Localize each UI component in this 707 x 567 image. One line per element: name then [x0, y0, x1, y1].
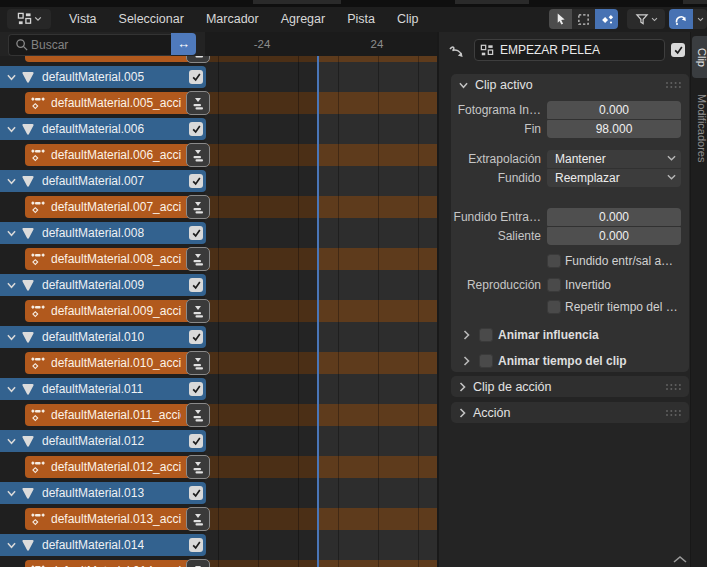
- action-strip-row[interactable]: defaultMaterial.014_acción: [25, 560, 206, 567]
- action-strip-row[interactable]: defaultMaterial.010_acción: [25, 352, 206, 374]
- auto-snap-button[interactable]: [669, 9, 693, 29]
- track-enabled-checkbox[interactable]: [189, 382, 203, 396]
- action-strip-row[interactable]: defaultMaterial.006_acción: [25, 144, 206, 166]
- track-row[interactable]: defaultMaterial.007: [0, 170, 206, 192]
- fit-range-button[interactable]: ↔: [171, 33, 196, 55]
- search-field[interactable]: [8, 34, 171, 56]
- nla-tracks-area[interactable]: defaultMaterial.005 defaultMaterial.005_…: [0, 56, 437, 567]
- blend-in-field[interactable]: 0.000: [547, 208, 681, 226]
- track-row[interactable]: defaultMaterial.012: [0, 430, 206, 452]
- track-enabled-checkbox[interactable]: [189, 434, 203, 448]
- track-icon: [21, 279, 35, 292]
- snap-keyframes-button[interactable]: [595, 9, 618, 29]
- track-row[interactable]: defaultMaterial.005: [0, 66, 206, 88]
- track-icon: [21, 487, 35, 500]
- track-enabled-checkbox[interactable]: [189, 122, 203, 136]
- editor-type-button[interactable]: [7, 9, 51, 29]
- fit-range-icon: ↔: [177, 34, 190, 54]
- upper-area-fragment: [253, 0, 341, 4]
- chevron-down-icon: [7, 542, 16, 549]
- extrapolation-dropdown[interactable]: Mantener: [547, 150, 681, 168]
- animate-time-checkbox[interactable]: [479, 354, 493, 368]
- action-track-row-partial[interactable]: [25, 56, 206, 62]
- panel-grip-icon[interactable]: [665, 81, 682, 89]
- box-select-button[interactable]: [572, 9, 595, 29]
- playhead-line[interactable]: [317, 56, 319, 567]
- menu-pista[interactable]: Pista: [336, 7, 386, 32]
- pushdown-button[interactable]: [186, 455, 210, 479]
- track-row[interactable]: defaultMaterial.008: [0, 222, 206, 244]
- chevron-down-icon: [667, 155, 676, 162]
- panel-accion-header[interactable]: Acción: [451, 402, 689, 424]
- chevron-down-icon: [7, 334, 16, 341]
- chevron-down-icon: [7, 126, 16, 133]
- menu-marcador[interactable]: Marcador: [195, 7, 270, 32]
- frame-start-field[interactable]: 0.000: [547, 101, 681, 119]
- track-row[interactable]: defaultMaterial.014: [0, 534, 206, 556]
- pushdown-button[interactable]: [186, 195, 210, 219]
- auto-blend-checkbox[interactable]: [547, 254, 561, 268]
- pushdown-button[interactable]: [186, 559, 210, 567]
- animate-influence-checkbox[interactable]: [479, 328, 493, 342]
- strip-name-field[interactable]: EMPEZAR PELEA: [474, 39, 665, 61]
- nla-editor-icon: [17, 12, 32, 26]
- action-icon: [30, 251, 46, 267]
- pushdown-icon: [191, 56, 205, 59]
- pushdown-button[interactable]: [186, 56, 210, 63]
- track-enabled-checkbox[interactable]: [189, 278, 203, 292]
- action-strip-row[interactable]: defaultMaterial.008_acción: [25, 248, 206, 270]
- action-strip-row[interactable]: defaultMaterial.012_acción: [25, 456, 206, 478]
- pushdown-button[interactable]: [186, 143, 210, 167]
- strip-enabled-checkbox[interactable]: [671, 43, 685, 57]
- pushdown-button[interactable]: [186, 507, 210, 531]
- track-row[interactable]: defaultMaterial.009: [0, 274, 206, 296]
- track-enabled-checkbox[interactable]: [189, 226, 203, 240]
- pushdown-button[interactable]: [186, 351, 210, 375]
- track-row[interactable]: defaultMaterial.013: [0, 482, 206, 504]
- track-enabled-checkbox[interactable]: [189, 538, 203, 552]
- panel-clip-de-accion-header[interactable]: Clip de acción: [451, 376, 689, 398]
- track-enabled-checkbox[interactable]: [189, 174, 203, 188]
- menu-clip[interactable]: Clip: [386, 7, 430, 32]
- chevron-right-icon[interactable]: [463, 330, 470, 340]
- pushdown-button[interactable]: [186, 403, 210, 427]
- tab-clip[interactable]: Clip: [692, 36, 707, 78]
- panel-clip-activo-header[interactable]: Clip activo: [451, 74, 689, 96]
- menu-vista[interactable]: Vista: [58, 7, 108, 32]
- chevron-right-icon[interactable]: [463, 356, 470, 366]
- reversed-checkbox[interactable]: [547, 278, 561, 292]
- chevron-down-icon: [7, 178, 16, 185]
- track-row[interactable]: defaultMaterial.006: [0, 118, 206, 140]
- menu-agregar[interactable]: Agregar: [270, 7, 336, 32]
- pushdown-button[interactable]: [186, 247, 210, 271]
- cyclic-checkbox[interactable]: [547, 300, 561, 314]
- pushdown-icon: [191, 304, 205, 319]
- chevron-down-icon: [7, 74, 16, 81]
- track-enabled-checkbox[interactable]: [189, 70, 203, 84]
- auto-snap-icon: [674, 12, 688, 26]
- filter-button[interactable]: [627, 9, 665, 29]
- frame-end-field[interactable]: 98.000: [547, 120, 681, 138]
- track-row[interactable]: defaultMaterial.010: [0, 326, 206, 348]
- menu-seleccionar[interactable]: Seleccionar: [108, 7, 195, 32]
- chevron-up-icon[interactable]: [672, 555, 688, 564]
- action-strip-row[interactable]: defaultMaterial.007_acción: [25, 196, 206, 218]
- blend-out-field[interactable]: 0.000: [547, 227, 681, 245]
- track-enabled-checkbox[interactable]: [189, 330, 203, 344]
- action-strip-row[interactable]: defaultMaterial.009_acción: [25, 300, 206, 322]
- blend-dropdown[interactable]: Reemplazar: [547, 169, 681, 187]
- search-input[interactable]: [29, 37, 153, 53]
- timeline-ruler[interactable]: -24 24 0: [205, 32, 437, 56]
- track-enabled-checkbox[interactable]: [189, 486, 203, 500]
- action-strip-row[interactable]: defaultMaterial.013_acción: [25, 508, 206, 530]
- pushdown-button[interactable]: [186, 299, 210, 323]
- tab-modificadores[interactable]: Modificadores: [692, 80, 707, 176]
- panel-grip-icon[interactable]: [665, 409, 682, 417]
- action-strip-row[interactable]: defaultMaterial.011_acción: [25, 404, 206, 426]
- track-row[interactable]: defaultMaterial.011: [0, 378, 206, 400]
- pushdown-button[interactable]: [186, 91, 210, 115]
- panel-grip-icon[interactable]: [665, 383, 682, 391]
- auto-snap-dropdown[interactable]: [693, 9, 707, 29]
- action-strip-row[interactable]: defaultMaterial.005_acción: [25, 92, 206, 114]
- tweak-select-button[interactable]: [549, 9, 572, 29]
